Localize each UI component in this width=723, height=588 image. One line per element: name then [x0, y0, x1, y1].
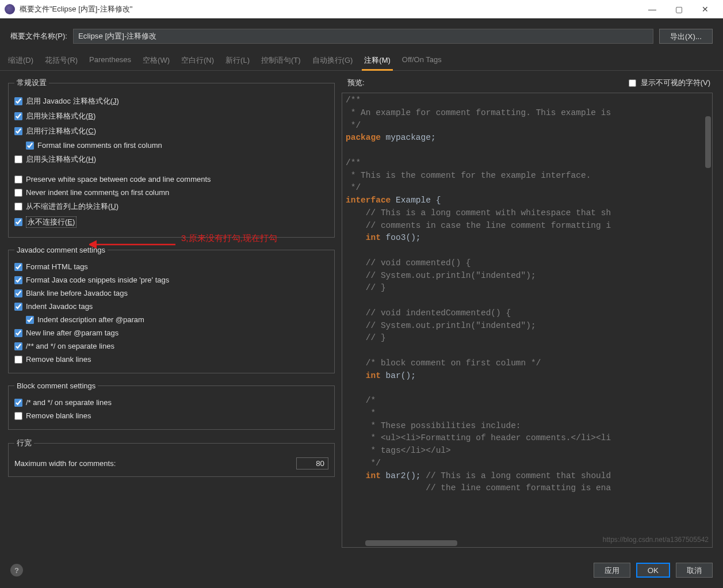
show-invisible-row[interactable]: 显示不可视的字符(V)	[629, 78, 710, 88]
profile-row: 概要文件名称(P): 导出(X)...	[0, 18, 723, 52]
footer: ? 应用 OK 取消	[0, 555, 723, 588]
chk-format-html[interactable]: Format HTML tags	[14, 260, 328, 273]
tab-newlines[interactable]: 新行(L)	[220, 52, 255, 70]
minimize-button[interactable]: —	[639, 0, 665, 18]
chk-javadoc-remove-blank[interactable]: Remove blank lines	[14, 353, 328, 366]
max-width-input[interactable]	[296, 457, 328, 469]
chk-indent-javadoc[interactable]: Indent Javadoc tags	[14, 300, 328, 313]
tab-bar: 缩进(D) 花括号(R) Parentheses 空格(W) 空白行(N) 新行…	[0, 52, 723, 71]
help-icon[interactable]: ?	[10, 564, 23, 576]
chk-preserve-ws[interactable]: Preserve white space between code and li…	[14, 173, 328, 186]
chk-never-indent-line[interactable]: Never indent line comments on first colu…	[14, 186, 328, 199]
chk-never-join-lines[interactable]: 永不连接行(E)	[14, 214, 328, 230]
block-settings-group: Block comment settings /* and */ on sepa…	[8, 381, 335, 430]
chk-preserve-ws-box[interactable]	[14, 175, 22, 184]
settings-pane: 常规设置 启用 Javadoc 注释格式化(J) 启用块注释格式化(B) 启用行…	[0, 71, 339, 555]
chk-first-column[interactable]: Format line comments on first column	[26, 139, 328, 152]
tab-blanklines[interactable]: 空白行(N)	[175, 52, 220, 70]
annotation-text: 3,原来没有打勾,现在打勾	[181, 233, 277, 244]
general-settings-group: 常规设置 启用 Javadoc 注释格式化(J) 启用块注释格式化(B) 启用行…	[8, 78, 335, 238]
tab-linewrap[interactable]: 自动换行(G)	[307, 52, 359, 70]
chk-never-indent-line-box[interactable]	[14, 189, 22, 197]
titlebar: 概要文件"Eclipse [内置]-注释修改" — ▢ ✕	[0, 0, 723, 18]
linewidth-group: 行宽 Maximum width for comments:	[8, 438, 335, 477]
show-invisible-checkbox[interactable]	[629, 79, 636, 87]
linewidth-legend: 行宽	[14, 438, 34, 448]
scrollbar-vertical[interactable]	[705, 116, 711, 168]
chk-format-pre[interactable]: Format Java code snippets inside 'pre' t…	[14, 273, 328, 287]
chk-line-format[interactable]: 启用行注释格式化(C)	[14, 124, 328, 139]
maximize-button[interactable]: ▢	[665, 0, 692, 18]
apply-button[interactable]: 应用	[594, 563, 630, 578]
chk-first-column-box[interactable]	[26, 142, 34, 150]
export-button[interactable]: 导出(X)...	[659, 29, 713, 44]
app-body: 概要文件名称(P): 导出(X)... 缩进(D) 花括号(R) Parenth…	[0, 18, 723, 588]
chk-block-format-box[interactable]	[14, 112, 22, 120]
tab-braces[interactable]: 花括号(R)	[39, 52, 83, 70]
tab-parentheses[interactable]: Parentheses	[83, 52, 137, 70]
eclipse-icon	[5, 4, 15, 14]
profile-name-label: 概要文件名称(P):	[10, 31, 67, 41]
code-preview[interactable]: /** * An example for comment formatting.…	[342, 93, 713, 548]
preview-label: 预览:	[347, 78, 365, 88]
chk-block-format[interactable]: 启用块注释格式化(B)	[14, 109, 328, 124]
chk-block-separate-lines[interactable]: /* and */ on separate lines	[14, 396, 328, 409]
block-settings-legend: Block comment settings	[14, 381, 98, 390]
chk-never-indent-block[interactable]: 从不缩进首列上的块注释(U)	[14, 199, 328, 214]
cancel-button[interactable]: 取消	[676, 563, 713, 578]
max-width-label: Maximum width for comments:	[14, 459, 116, 468]
preview-pane: 预览: 显示不可视的字符(V) /** * An example for com…	[339, 71, 723, 555]
chk-never-join-lines-box[interactable]	[14, 218, 22, 226]
chk-javadoc-format[interactable]: 启用 Javadoc 注释格式化(J)	[14, 94, 328, 109]
ok-button[interactable]: OK	[636, 563, 670, 578]
javadoc-settings-group: Javadoc comment settings Format HTML tag…	[8, 246, 335, 373]
chk-block-remove-blank[interactable]: Remove blank lines	[14, 409, 328, 422]
tab-indent[interactable]: 缩进(D)	[2, 52, 39, 70]
chk-header-format[interactable]: 启用头注释格式化(H)	[14, 152, 328, 167]
tab-offon[interactable]: Off/On Tags	[396, 52, 447, 70]
window-title: 概要文件"Eclipse [内置]-注释修改"	[20, 4, 132, 14]
tab-control[interactable]: 控制语句(T)	[255, 52, 307, 70]
chk-newline-after-param[interactable]: New line after @param tags	[14, 326, 328, 339]
chk-javadoc-format-box[interactable]	[14, 97, 22, 105]
chk-never-join-lines-label: 永不连接行(E)	[26, 216, 76, 228]
tab-comments[interactable]: 注释(M)	[358, 52, 396, 70]
chk-never-indent-block-box[interactable]	[14, 203, 22, 211]
profile-name-input[interactable]	[73, 29, 653, 44]
chk-javadoc-separate-lines[interactable]: /** and */ on separate lines	[14, 339, 328, 353]
watermark: https://blog.csdn.net/a1367505542	[603, 536, 709, 544]
chk-line-format-box[interactable]	[14, 127, 22, 135]
chk-header-format-box[interactable]	[14, 155, 22, 163]
tab-whitespace[interactable]: 空格(W)	[137, 52, 175, 70]
close-button[interactable]: ✕	[692, 0, 718, 18]
general-settings-legend: 常规设置	[14, 78, 49, 88]
code-preview-text: /** * An example for comment formatting.…	[342, 93, 712, 496]
chk-indent-after-param[interactable]: Indent description after @param	[26, 313, 328, 326]
scrollbar-horizontal[interactable]	[365, 540, 457, 546]
javadoc-settings-legend: Javadoc comment settings	[14, 246, 108, 254]
chk-blank-before-javadoc[interactable]: Blank line before Javadoc tags	[14, 287, 328, 300]
